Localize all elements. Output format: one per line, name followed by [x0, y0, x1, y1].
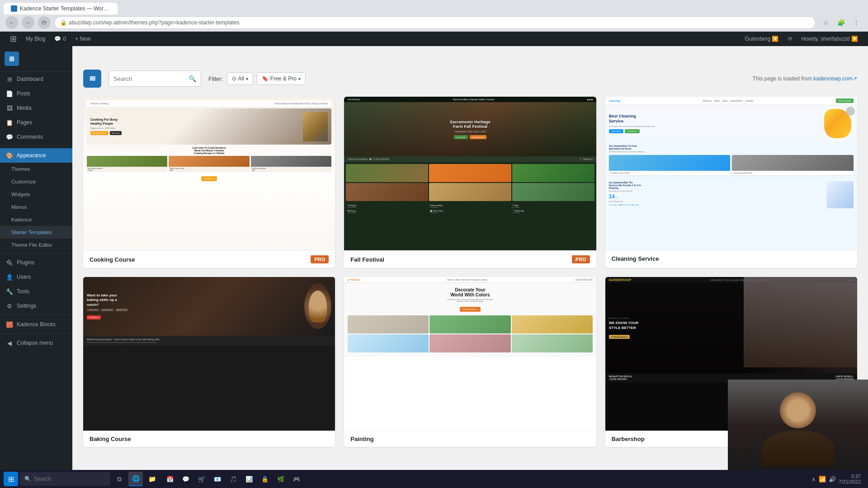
admin-bar-refresh[interactable]: ⟳ — [783, 32, 797, 46]
starter-templates-header: ≋ 🔍 Filter: ⊙ All ▾ 🔖 — [83, 70, 857, 88]
tools-icon: 🔧 — [6, 288, 13, 295]
sidebar-divider-3 — [0, 315, 72, 315]
sidebar-item-comments[interactable]: 💬 Comments — [0, 130, 72, 144]
sidebar-item-appearance[interactable]: 🎨 Appearance — [0, 148, 72, 163]
sidebar-item-themes[interactable]: Themes — [0, 163, 72, 175]
taskbar-chrome[interactable]: 🌐 — [128, 472, 143, 486]
sidebar-item-collapse[interactable]: ◀ Collapse menu — [0, 336, 72, 350]
network-icon[interactable]: 📶 — [819, 476, 826, 483]
sidebar-item-users[interactable]: 👤 Users — [0, 270, 72, 284]
sidebar-item-tools[interactable]: 🔧 Tools — [0, 284, 72, 299]
posts-icon: 📄 — [6, 90, 13, 97]
baking-course-footer: Baking Course — [83, 431, 335, 447]
volume-icon[interactable]: 🔊 — [829, 476, 836, 483]
template-preview-painting: 🖌 Painting About Gallery Services Traini… — [344, 277, 596, 431]
sidebar-item-kadence-blocks[interactable]: 🧱 Kadence Blocks — [0, 317, 72, 332]
forward-button[interactable]: → — [22, 16, 34, 29]
filter-all-chevron: ▾ — [246, 76, 248, 81]
filter-all-label: All — [238, 75, 244, 82]
taskbar-app-7[interactable]: 🔒 — [258, 472, 272, 486]
filter-free-pro-label: Free & Pro — [270, 75, 297, 82]
sidebar-label-widgets: Widgets — [11, 192, 30, 197]
admin-bar-howdy[interactable]: Howdy, sherifabuzid 🔽 — [797, 36, 863, 42]
sidebar-label-appearance: Appearance — [17, 152, 46, 159]
sidebar-item-settings[interactable]: ⚙ Settings — [0, 299, 72, 313]
painting-footer: Painting — [344, 431, 596, 447]
taskbar-task-view[interactable]: ⧉ — [112, 472, 127, 486]
address-bar[interactable]: 🔒 abuzidwp.com/wp-admin/themes.php?page=… — [54, 16, 816, 29]
sidebar-divider-4 — [0, 333, 72, 334]
template-card-baking-course[interactable]: Want to take yourbaking skills up anotch… — [83, 277, 335, 447]
template-card-fall-festival[interactable]: Fall Harvest Home Activities Calendar Ga… — [344, 97, 596, 268]
template-preview-cleaning: Cleaning ServicesAboutBlogAppointmentCon… — [605, 97, 857, 250]
taskbar-app-6[interactable]: 📊 — [242, 472, 256, 486]
taskbar-app-8[interactable]: 🌿 — [274, 472, 288, 486]
search-input[interactable] — [113, 75, 186, 82]
cleaning-years-section: Get Satisfied With TheServices We Provid… — [605, 178, 857, 211]
cooking-course-name: Cooking Course — [90, 256, 135, 263]
sidebar-label-pages: Pages — [17, 119, 32, 126]
reload-button[interactable]: ⟳ — [38, 16, 51, 29]
sidebar-item-customize[interactable]: Customize — [0, 175, 72, 188]
tab-title: Kadence Starter Templates — WordPress — [20, 5, 110, 12]
filter-all-button[interactable]: ⊙ All ▾ — [227, 72, 253, 85]
kadencewp-link[interactable]: kadencewp.com↗ — [813, 75, 857, 82]
taskbar-search-box[interactable]: 🔍 — [20, 472, 110, 486]
admin-bar-wp-icon[interactable]: ⊞ — [5, 32, 21, 46]
search-box[interactable]: 🔍 — [108, 70, 201, 87]
admin-bar-comments[interactable]: 💬 0 — [50, 32, 71, 46]
start-button[interactable]: ⊞ — [4, 472, 18, 486]
taskbar-app-4[interactable]: 📧 — [210, 472, 225, 486]
browser-tab-active[interactable]: Kadence Starter Templates — WordPress — [4, 3, 118, 14]
sidebar-item-theme-file-editor[interactable]: Theme File Editor — [0, 239, 72, 251]
cooking-nav: Home Cooking Home About Nutritionals FAQ… — [87, 100, 331, 107]
taskbar-clock[interactable]: 3:37 7/21/2022 — [839, 474, 861, 484]
page-loaded-from: This page is loaded from kadencewp.com↗ — [753, 75, 857, 82]
video-overlay — [728, 380, 868, 470]
sidebar-item-pages[interactable]: 📋 Pages — [0, 115, 72, 130]
sidebar-label-plugins: Plugins — [17, 259, 34, 266]
sidebar-item-plugins[interactable]: 🔌 Plugins — [0, 255, 72, 270]
taskbar-app-3[interactable]: 🛒 — [194, 472, 209, 486]
taskbar-app-9[interactable]: 🎮 — [289, 472, 304, 486]
sidebar-item-dashboard[interactable]: ⊞ Dashboard — [0, 72, 72, 86]
filter-label: Filter: — [208, 75, 223, 82]
sidebar-item-menus[interactable]: Menus — [0, 201, 72, 213]
browser-tabs: Kadence Starter Templates — WordPress — [0, 0, 868, 14]
extensions-button[interactable]: 🧩 — [835, 16, 847, 29]
sidebar-item-widgets[interactable]: Widgets — [0, 188, 72, 201]
cooking-hero-title: Cooking For BusyHealthy People — [90, 118, 301, 126]
template-card-painting[interactable]: 🖌 Painting About Gallery Services Traini… — [344, 277, 596, 447]
sidebar-label-themes: Themes — [11, 166, 30, 172]
browser-menu-button[interactable]: ⋮ — [850, 16, 863, 29]
template-card-cooking-course[interactable]: Home Cooking Home About Nutritionals FAQ… — [83, 97, 335, 268]
cleaning-content2: The United Way To FindSpecialist Service… — [605, 142, 857, 178]
admin-bar-my-blog[interactable]: My Blog — [21, 32, 50, 46]
painting-hero: Decorate YourWorld With Colors Lorem ips… — [344, 283, 596, 357]
clock-date: 7/21/2022 — [839, 479, 861, 484]
sidebar-label-menus: Menus — [11, 204, 27, 210]
sidebar-item-starter-templates[interactable]: Starter Templates — [0, 226, 72, 239]
filter-free-pro-button[interactable]: 🔖 Free & Pro ▾ — [257, 72, 306, 85]
comments-icon: 💬 — [54, 36, 61, 42]
filter-circle-icon: ⊙ — [232, 75, 236, 82]
sidebar-item-kadence[interactable]: Kadence — [0, 213, 72, 226]
taskbar-search-input[interactable] — [34, 476, 97, 482]
sidebar-label-kadence-blocks: Kadence Blocks — [17, 321, 56, 328]
template-card-cleaning-service[interactable]: Cleaning ServicesAboutBlogAppointmentCon… — [605, 97, 857, 268]
taskbar-app-2[interactable]: 💬 — [179, 472, 193, 486]
systray-up-icon[interactable]: ∧ — [811, 476, 816, 483]
taskbar-app-5[interactable]: 🎵 — [226, 472, 241, 486]
bookmark-button[interactable]: ☆ — [819, 16, 832, 29]
taskbar-file-explorer[interactable]: 📁 — [145, 472, 159, 486]
sidebar-logo-icon: ⊞ — [5, 52, 19, 66]
taskbar-app-1[interactable]: 📅 — [163, 472, 177, 486]
sidebar-item-posts[interactable]: 📄 Posts — [0, 86, 72, 101]
browser-chrome: Kadence Starter Templates — WordPress ← … — [0, 0, 868, 32]
admin-bar-new[interactable]: + New — [71, 32, 95, 46]
sidebar-item-media[interactable]: 🖼 Media — [0, 101, 72, 115]
search-icon: 🔍 — [189, 75, 196, 82]
appearance-icon: 🎨 — [6, 152, 13, 159]
admin-bar-gutenberg[interactable]: Gutenberg 🔽 — [740, 32, 783, 46]
back-button[interactable]: ← — [5, 16, 18, 29]
